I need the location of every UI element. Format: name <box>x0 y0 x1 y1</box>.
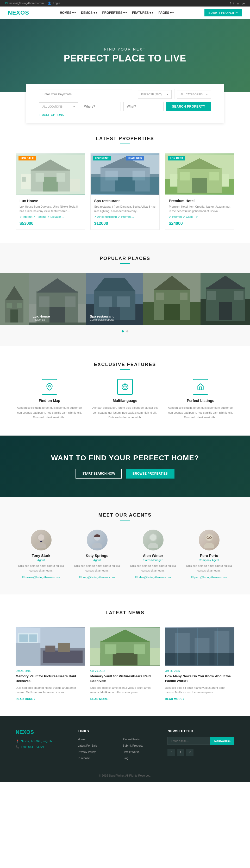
nav-properties[interactable]: PROPERTIES ▾ <box>102 11 127 14</box>
place-label-1: Lux House Residential <box>33 314 50 321</box>
feature-listings: Perfect Listings Aenean sollicitudin, lo… <box>167 379 235 420</box>
agents-section: MEET OUR AGENTS Tony Stark Agent Duis se… <box>0 497 250 594</box>
property-desc-1: Lux House from Darvasa, Ulica Nikole Tes… <box>20 205 81 213</box>
read-more-3[interactable]: READ MORE › <box>165 698 235 701</box>
feature-multilang: Multilanguage Aenean sollicitudin, lorem… <box>91 379 159 420</box>
read-more-2[interactable]: READ MORE › <box>90 698 160 701</box>
property-features-1: ✔ Internet ✔ Parking ✔ Elevator ... <box>20 215 81 219</box>
nav-demos[interactable]: DEMOS ▾ <box>81 11 97 14</box>
search-section: PURPOSE (ANY) ▾ ALL CATEGORIES ▾ ALL LOC… <box>26 84 224 123</box>
place-item-1[interactable]: Lux House Residential <box>29 273 86 325</box>
property-badge-rent-2: FOR RENT <box>93 156 111 160</box>
place-item-2[interactable]: Spa restaurant Commercial property <box>86 273 143 325</box>
newsletter-subscribe-button[interactable]: SUBSCRIBE <box>210 737 235 745</box>
footer-twitter-icon[interactable]: t <box>177 749 184 756</box>
categories-select[interactable]: ALL CATEGORIES ▾ <box>177 90 211 99</box>
nav-pages[interactable]: PAGES ▾ <box>158 11 174 14</box>
news-title-1: Memory Vault for Pictures/Bears Raid Bee… <box>15 674 85 683</box>
social-linkedin[interactable]: in <box>237 2 239 5</box>
search-divider <box>135 89 135 99</box>
property-info-1: Lux House Lux House from Darvasa, Ulica … <box>16 195 85 229</box>
feature-map: Find on Map Aenean sollicitudin, lorem q… <box>15 379 83 420</box>
svg-rect-85 <box>15 643 40 665</box>
footer-link-purchase[interactable]: Purchase <box>78 756 90 760</box>
newsletter-email-input[interactable] <box>167 737 210 745</box>
property-features-3: ✔ Internet ✔ Cable TV <box>169 215 230 219</box>
social-twitter[interactable]: t <box>233 2 234 5</box>
agent-role-4: Company Agent <box>184 559 235 562</box>
news-image-1 <box>15 627 85 666</box>
cta-browse-properties-button[interactable]: BROWSE PROPERTIES <box>126 469 175 478</box>
what-input[interactable] <box>123 102 163 111</box>
agent-avatar-2 <box>87 530 107 551</box>
property-badge-featured-2: FEATURED <box>126 156 144 160</box>
nav-homes[interactable]: HOMES ▾ <box>60 11 76 14</box>
top-bar-social: f t in g+ <box>230 2 245 5</box>
purpose-select[interactable]: PURPOSE (ANY) ▾ <box>138 90 171 99</box>
social-facebook[interactable]: f <box>230 2 231 5</box>
footer-newsletter: NEWSLETTER SUBSCRIBE f t in <box>167 729 235 762</box>
footer-linkedin-icon[interactable]: in <box>186 749 193 756</box>
footer-link-how[interactable]: How it Works <box>123 750 139 753</box>
location-select[interactable]: ALL LOCATIONS ▾ <box>39 102 78 111</box>
news-grid: Oct 26, 2015 Memory Vault for Pictures/B… <box>15 627 235 701</box>
property-card-1[interactable]: FOR SALE Lux House Lux House from Darvas… <box>15 153 85 230</box>
cta-buttons: START SEARCH NOW BROWSE PROPERTIES <box>15 469 235 478</box>
footer-link-sale[interactable]: Latest For Sale <box>78 744 97 747</box>
footer-link-blog[interactable]: Blog <box>123 756 128 760</box>
social-googleplus[interactable]: g+ <box>241 2 245 5</box>
top-bar-login[interactable]: 👤 Login <box>48 2 60 5</box>
agent-card-2: Kety Springs Agent Duis sed odio sit ame… <box>72 530 122 579</box>
svg-rect-25 <box>222 174 229 187</box>
cta-start-search-button[interactable]: START SEARCH NOW <box>75 469 122 478</box>
svg-rect-16 <box>91 177 160 194</box>
top-bar-email: ✉ nexos@listing-themes.com <box>5 2 44 5</box>
news-image-2 <box>90 627 160 666</box>
footer-link-privacy[interactable]: Privacy Policy <box>78 750 96 753</box>
place-item-4[interactable] <box>200 273 250 325</box>
news-card-2: Oct 26, 2015 Memory Vault for Pictures/B… <box>90 627 160 701</box>
footer-facebook-icon[interactable]: f <box>167 749 175 756</box>
agent-email-4[interactable]: ✉ pero@listing-themes.com <box>184 576 235 579</box>
agent-email-2[interactable]: ✉ kety@listing-themes.com <box>72 576 122 579</box>
news-desc-1: Duis sed odio sit amet niahul vulpus aru… <box>15 686 85 695</box>
footer-link-submit[interactable]: Submit Property <box>123 744 143 747</box>
dot-1[interactable] <box>122 330 124 332</box>
submit-property-button[interactable]: SUBMIT PROPERTY <box>205 9 242 17</box>
svg-point-74 <box>148 542 158 548</box>
top-bar: ✉ nexos@listing-themes.com 👤 Login f t i… <box>0 0 250 6</box>
dot-2[interactable] <box>126 330 128 332</box>
nav-features[interactable]: FEATURES ▾ <box>132 11 153 14</box>
news-date-1: Oct 26, 2015 <box>15 670 85 672</box>
property-card-2[interactable]: FOR RENT FEATURED Spa restaurant Spa res… <box>90 153 160 230</box>
svg-rect-97 <box>105 645 116 654</box>
globe-icon <box>117 379 133 395</box>
where-input[interactable] <box>81 102 121 111</box>
agent-avatar-4 <box>199 530 220 551</box>
main-nav: HOMES ▾ DEMOS ▾ PROPERTIES ▾ FEATURES ▾ … <box>60 11 174 14</box>
exclusive-features-section: EXCLUSIVE FEATURES Find on Map Aenean so… <box>0 346 250 436</box>
place-label-2: Spa restaurant Commercial property <box>90 314 114 321</box>
hero-subtitle: FIND YOUR NEXT <box>64 47 186 51</box>
svg-rect-90 <box>45 646 55 652</box>
read-more-1[interactable]: READ MORE › <box>15 698 85 701</box>
place-item-3[interactable] <box>143 273 200 325</box>
footer-logo: NEXOS <box>15 729 67 735</box>
keyword-input[interactable] <box>39 90 132 99</box>
search-row-1: PURPOSE (ANY) ▾ ALL CATEGORIES ▾ <box>39 89 211 99</box>
agent-email-1[interactable]: ✉ nexos@listing-themes.com <box>15 576 66 579</box>
properties-grid: FOR SALE Lux House Lux House from Darvas… <box>15 153 235 230</box>
search-button[interactable]: SEARCH PROPERTY <box>166 102 211 111</box>
search-row-2: ALL LOCATIONS ▾ SEARCH PROPERTY <box>39 102 211 111</box>
place-overlay-4 <box>200 273 250 325</box>
logo[interactable]: NEXOS <box>8 9 29 16</box>
more-options-link[interactable]: + MORE OPTIONS <box>39 113 211 117</box>
agent-email-3[interactable]: ✉ alen@listing-themes.com <box>128 576 178 579</box>
footer-link-home[interactable]: Home <box>78 738 86 741</box>
agent-avatar-1 <box>31 530 52 551</box>
news-card-1: Oct 26, 2015 Memory Vault for Pictures/B… <box>15 627 85 701</box>
places-slider: Lux House Residential <box>0 273 250 325</box>
property-card-3[interactable]: FOR RENT Premium Hotel Premium Hotel fro… <box>165 153 235 230</box>
footer-link-recent[interactable]: Recent Posts <box>123 738 139 741</box>
place-item-0[interactable] <box>0 273 29 325</box>
